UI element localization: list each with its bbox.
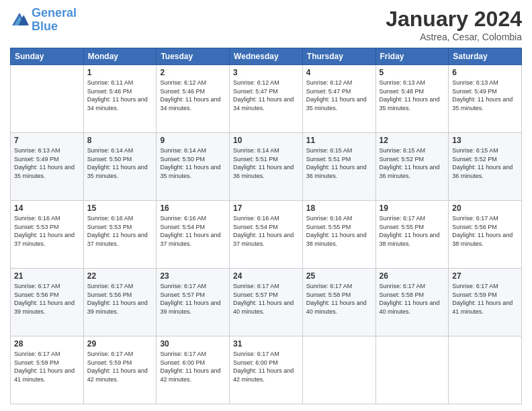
col-header-friday: Friday	[375, 48, 449, 65]
day-info: Sunrise: 6:17 AMSunset: 5:55 PMDaylight:…	[380, 214, 445, 248]
week-row-4: 28Sunrise: 6:17 AMSunset: 5:59 PMDayligh…	[11, 336, 522, 404]
day-number: 19	[380, 203, 445, 213]
calendar-subtitle: Astrea, Cesar, Colombia	[386, 32, 522, 42]
day-number: 9	[160, 136, 226, 145]
header: General Blue January 2024 Astrea, Cesar,…	[10, 7, 522, 42]
col-header-monday: Monday	[83, 48, 157, 65]
day-cell: 1Sunrise: 6:11 AMSunset: 5:46 PMDaylight…	[83, 65, 157, 133]
day-cell	[302, 336, 375, 404]
day-number: 2	[160, 68, 226, 77]
day-number: 5	[380, 68, 445, 77]
col-header-sunday: Sunday	[11, 48, 84, 65]
day-info: Sunrise: 6:14 AMSunset: 5:50 PMDaylight:…	[87, 146, 153, 180]
day-info: Sunrise: 6:17 AMSunset: 5:56 PMDaylight:…	[452, 214, 518, 248]
day-cell	[11, 65, 84, 133]
col-header-saturday: Saturday	[449, 48, 522, 65]
day-cell: 20Sunrise: 6:17 AMSunset: 5:56 PMDayligh…	[449, 201, 522, 269]
day-info: Sunrise: 6:16 AMSunset: 5:55 PMDaylight:…	[306, 214, 372, 248]
day-number: 29	[87, 339, 153, 349]
day-cell: 17Sunrise: 6:16 AMSunset: 5:54 PMDayligh…	[230, 201, 303, 269]
day-info: Sunrise: 6:15 AMSunset: 5:52 PMDaylight:…	[452, 146, 518, 180]
day-info: Sunrise: 6:12 AMSunset: 5:46 PMDaylight:…	[160, 79, 226, 112]
day-cell: 9Sunrise: 6:14 AMSunset: 5:50 PMDaylight…	[157, 133, 230, 201]
day-cell: 5Sunrise: 6:13 AMSunset: 5:48 PMDaylight…	[375, 65, 449, 133]
col-header-thursday: Thursday	[302, 48, 375, 65]
week-row-3: 21Sunrise: 6:17 AMSunset: 5:56 PMDayligh…	[11, 269, 522, 336]
day-cell: 11Sunrise: 6:15 AMSunset: 5:51 PMDayligh…	[302, 133, 375, 201]
day-cell: 19Sunrise: 6:17 AMSunset: 5:55 PMDayligh…	[375, 201, 449, 269]
day-cell: 13Sunrise: 6:15 AMSunset: 5:52 PMDayligh…	[449, 133, 522, 201]
day-cell: 12Sunrise: 6:15 AMSunset: 5:52 PMDayligh…	[375, 133, 449, 201]
day-cell: 15Sunrise: 6:16 AMSunset: 5:53 PMDayligh…	[83, 201, 157, 269]
logo-line1: General	[32, 6, 77, 19]
day-info: Sunrise: 6:13 AMSunset: 5:49 PMDaylight:…	[14, 146, 80, 180]
day-info: Sunrise: 6:12 AMSunset: 5:47 PMDaylight:…	[233, 79, 299, 112]
day-info: Sunrise: 6:17 AMSunset: 6:00 PMDaylight:…	[160, 350, 226, 383]
day-cell: 24Sunrise: 6:17 AMSunset: 5:57 PMDayligh…	[230, 269, 303, 336]
day-info: Sunrise: 6:17 AMSunset: 5:59 PMDaylight:…	[452, 282, 518, 316]
header-row: SundayMondayTuesdayWednesdayThursdayFrid…	[11, 48, 522, 65]
week-row-1: 7Sunrise: 6:13 AMSunset: 5:49 PMDaylight…	[11, 133, 522, 201]
day-cell: 7Sunrise: 6:13 AMSunset: 5:49 PMDaylight…	[11, 133, 84, 201]
day-cell: 10Sunrise: 6:14 AMSunset: 5:51 PMDayligh…	[230, 133, 303, 201]
day-cell: 3Sunrise: 6:12 AMSunset: 5:47 PMDaylight…	[230, 65, 303, 133]
day-cell: 28Sunrise: 6:17 AMSunset: 5:59 PMDayligh…	[11, 336, 84, 404]
day-number: 8	[87, 136, 153, 145]
day-info: Sunrise: 6:17 AMSunset: 5:56 PMDaylight:…	[87, 282, 153, 316]
calendar-title: January 2024	[386, 7, 522, 32]
day-info: Sunrise: 6:16 AMSunset: 5:54 PMDaylight:…	[233, 214, 299, 248]
day-info: Sunrise: 6:17 AMSunset: 5:57 PMDaylight:…	[160, 282, 226, 316]
day-number: 6	[452, 68, 518, 77]
day-cell	[375, 336, 449, 404]
day-cell: 6Sunrise: 6:13 AMSunset: 5:49 PMDaylight…	[449, 65, 522, 133]
page: General Blue January 2024 Astrea, Cesar,…	[0, 0, 532, 411]
day-info: Sunrise: 6:15 AMSunset: 5:52 PMDaylight:…	[380, 146, 445, 180]
logo-icon	[10, 11, 29, 30]
day-info: Sunrise: 6:17 AMSunset: 5:59 PMDaylight:…	[14, 350, 80, 383]
title-block: January 2024 Astrea, Cesar, Colombia	[386, 7, 522, 42]
week-row-0: 1Sunrise: 6:11 AMSunset: 5:46 PMDaylight…	[11, 65, 522, 133]
day-info: Sunrise: 6:11 AMSunset: 5:46 PMDaylight:…	[87, 79, 153, 112]
day-cell: 18Sunrise: 6:16 AMSunset: 5:55 PMDayligh…	[302, 201, 375, 269]
day-cell: 30Sunrise: 6:17 AMSunset: 6:00 PMDayligh…	[157, 336, 230, 404]
day-number: 25	[306, 271, 372, 281]
day-cell: 23Sunrise: 6:17 AMSunset: 5:57 PMDayligh…	[157, 269, 230, 336]
day-info: Sunrise: 6:14 AMSunset: 5:51 PMDaylight:…	[233, 146, 299, 180]
day-cell: 22Sunrise: 6:17 AMSunset: 5:56 PMDayligh…	[83, 269, 157, 336]
day-info: Sunrise: 6:14 AMSunset: 5:50 PMDaylight:…	[160, 146, 226, 180]
day-number: 4	[306, 68, 372, 77]
day-number: 7	[14, 136, 80, 145]
day-number: 22	[87, 271, 153, 281]
day-info: Sunrise: 6:16 AMSunset: 5:54 PMDaylight:…	[160, 214, 226, 248]
day-number: 30	[160, 339, 226, 349]
day-number: 1	[87, 68, 153, 77]
day-cell: 25Sunrise: 6:17 AMSunset: 5:58 PMDayligh…	[302, 269, 375, 336]
col-header-tuesday: Tuesday	[157, 48, 230, 65]
day-cell: 16Sunrise: 6:16 AMSunset: 5:54 PMDayligh…	[157, 201, 230, 269]
day-number: 31	[233, 339, 299, 349]
day-info: Sunrise: 6:17 AMSunset: 5:58 PMDaylight:…	[306, 282, 372, 316]
day-info: Sunrise: 6:13 AMSunset: 5:49 PMDaylight:…	[452, 79, 518, 112]
logo-line2: Blue	[32, 19, 58, 33]
day-cell: 31Sunrise: 6:17 AMSunset: 6:00 PMDayligh…	[230, 336, 303, 404]
day-number: 3	[233, 68, 299, 77]
day-number: 26	[380, 271, 445, 281]
day-cell: 27Sunrise: 6:17 AMSunset: 5:59 PMDayligh…	[449, 269, 522, 336]
calendar-table: SundayMondayTuesdayWednesdayThursdayFrid…	[10, 48, 522, 404]
day-number: 27	[452, 271, 518, 281]
day-number: 13	[452, 136, 518, 145]
day-number: 11	[306, 136, 372, 145]
day-info: Sunrise: 6:16 AMSunset: 5:53 PMDaylight:…	[14, 214, 80, 248]
day-info: Sunrise: 6:17 AMSunset: 6:00 PMDaylight:…	[233, 350, 299, 383]
logo: General Blue	[10, 7, 77, 34]
day-number: 21	[14, 271, 80, 281]
day-cell: 29Sunrise: 6:17 AMSunset: 5:59 PMDayligh…	[83, 336, 157, 404]
day-cell: 2Sunrise: 6:12 AMSunset: 5:46 PMDaylight…	[157, 65, 230, 133]
day-info: Sunrise: 6:17 AMSunset: 5:58 PMDaylight:…	[380, 282, 445, 316]
day-number: 17	[233, 203, 299, 213]
day-cell: 26Sunrise: 6:17 AMSunset: 5:58 PMDayligh…	[375, 269, 449, 336]
day-cell: 14Sunrise: 6:16 AMSunset: 5:53 PMDayligh…	[11, 201, 84, 269]
day-info: Sunrise: 6:12 AMSunset: 5:47 PMDaylight:…	[306, 79, 372, 112]
logo-text: General Blue	[32, 7, 77, 34]
day-info: Sunrise: 6:17 AMSunset: 5:56 PMDaylight:…	[14, 282, 80, 316]
